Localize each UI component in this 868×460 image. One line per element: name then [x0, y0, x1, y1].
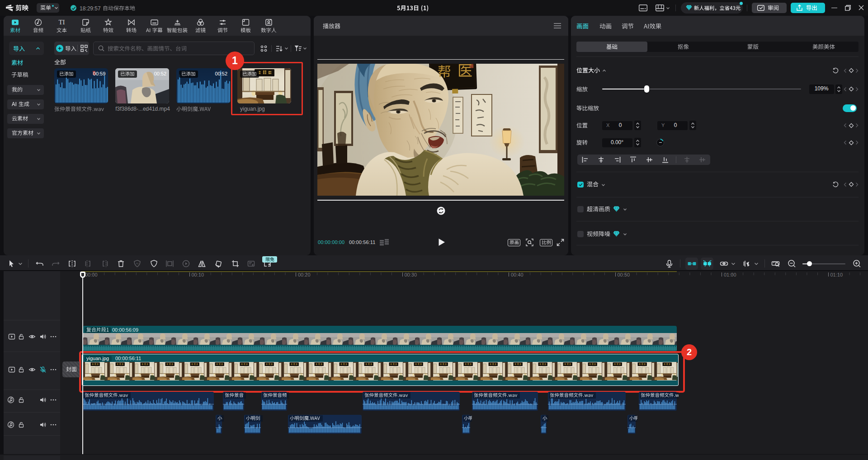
svg-text:TI: TI	[58, 19, 65, 26]
svg-text:AI: AI	[136, 262, 139, 265]
